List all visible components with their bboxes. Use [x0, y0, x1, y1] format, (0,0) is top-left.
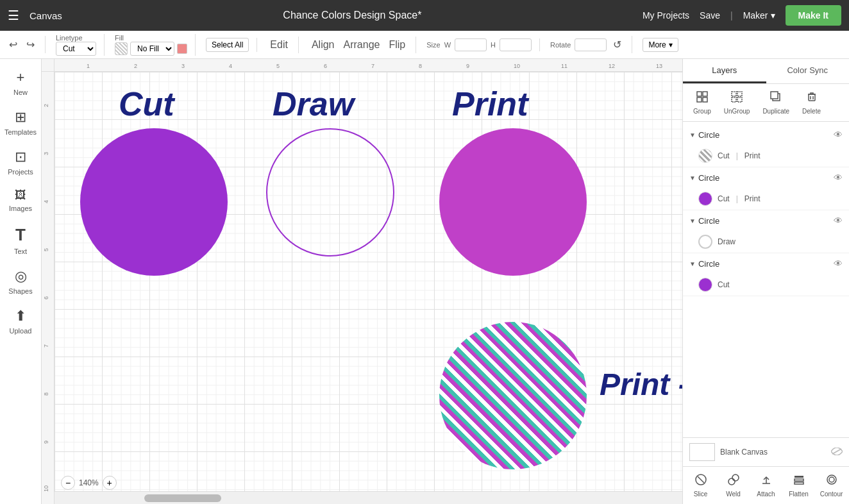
- zoom-out-button[interactable]: −: [61, 476, 75, 490]
- height-input[interactable]: [500, 38, 532, 51]
- flip-button[interactable]: Flip: [386, 37, 408, 53]
- svg-rect-28: [732, 97, 736, 102]
- scroll-thumb[interactable]: [144, 494, 221, 502]
- circle-cut[interactable]: [80, 128, 228, 276]
- contour-label: Contour: [820, 491, 843, 498]
- tab-layers[interactable]: Layers: [683, 59, 766, 83]
- templates-icon: ⊞: [15, 109, 26, 126]
- layer-header-1[interactable]: ▼ Circle 👁: [683, 124, 849, 145]
- duplicate-button[interactable]: Duplicate: [757, 88, 794, 117]
- fill-label: Fill: [115, 34, 187, 42]
- sidebar-item-templates[interactable]: ⊞ Templates: [3, 104, 38, 141]
- sidebar-item-shapes[interactable]: ◎ Shapes: [3, 263, 38, 300]
- nav-divider: |: [730, 10, 733, 21]
- sidebar-item-images[interactable]: 🖼 Images: [3, 183, 38, 217]
- blank-canvas-preview: [689, 443, 715, 461]
- upload-icon: ⬆: [15, 308, 26, 324]
- circle-draw[interactable]: [266, 128, 394, 256]
- delete-button[interactable]: Delete: [797, 88, 826, 117]
- undo-button[interactable]: ↩: [6, 36, 20, 53]
- select-all-button[interactable]: Select All: [206, 38, 249, 52]
- svg-rect-32: [809, 94, 815, 101]
- layer-item-2[interactable]: Cut | Print: [683, 188, 849, 210]
- zoom-in-button[interactable]: +: [103, 476, 117, 490]
- sidebar-item-text[interactable]: T Text: [3, 220, 38, 260]
- ungroup-button[interactable]: UnGroup: [719, 88, 755, 117]
- fill-edit-swatch[interactable]: [177, 44, 187, 54]
- layer-eye-3[interactable]: 👁: [834, 215, 843, 226]
- slice-label: Slice: [694, 491, 708, 498]
- save-button[interactable]: Save: [700, 10, 720, 21]
- panel-actions: Slice Weld Attach Flatten: [683, 466, 849, 504]
- layer-eye-2[interactable]: 👁: [834, 172, 843, 183]
- cut-label: Cut: [119, 85, 174, 123]
- layer-item-1[interactable]: Cut | Print: [683, 145, 849, 167]
- ruler-corner: [42, 59, 55, 72]
- ruler-vertical: 2 3 4 5 6 7 8 9 10: [42, 72, 55, 504]
- linetype-select[interactable]: Cut Draw Print: [56, 42, 96, 56]
- rotate-icon-button[interactable]: ↺: [610, 36, 624, 53]
- edit-button[interactable]: Edit: [267, 37, 290, 53]
- svg-text:3: 3: [43, 152, 49, 155]
- layer-swatch-4: [698, 278, 712, 292]
- layer-item-4[interactable]: Cut: [683, 274, 849, 296]
- layer-header-2[interactable]: ▼ Circle 👁: [683, 167, 849, 188]
- redo-button[interactable]: ↪: [24, 36, 37, 53]
- layer-chevron-1: ▼: [689, 131, 696, 139]
- flatten-button[interactable]: Flatten: [784, 471, 814, 500]
- ruler-horizontal: 1 2 3 4 5 6 7 8 9 10 11 12 13: [55, 59, 682, 72]
- scrollbar-horizontal[interactable]: [55, 491, 682, 504]
- my-projects-link[interactable]: My Projects: [643, 10, 689, 21]
- arrange-button[interactable]: Arrange: [341, 37, 383, 53]
- menu-icon[interactable]: ☰: [8, 8, 19, 23]
- circle-print[interactable]: [439, 128, 587, 276]
- layer-eye-1[interactable]: 👁: [834, 130, 843, 140]
- layer-item-3[interactable]: Draw: [683, 231, 849, 253]
- linetype-label: Linetype: [56, 34, 96, 42]
- width-input[interactable]: [455, 38, 487, 51]
- sidebar-item-projects[interactable]: ⊡ Projects: [3, 144, 38, 181]
- weld-button[interactable]: Weld: [718, 471, 748, 500]
- slice-button[interactable]: Slice: [685, 471, 716, 500]
- make-it-button[interactable]: Make It: [786, 5, 841, 26]
- rotate-input[interactable]: [575, 38, 607, 51]
- duplicate-icon: [769, 90, 782, 106]
- attach-button[interactable]: Attach: [751, 471, 781, 500]
- more-label: More: [648, 40, 666, 49]
- fill-select[interactable]: No Fill Solid: [130, 42, 174, 56]
- text-icon: T: [15, 225, 26, 245]
- layer-eye-4[interactable]: 👁: [834, 258, 843, 269]
- left-sidebar: + New ⊞ Templates ⊡ Projects 🖼 Images T …: [0, 59, 42, 504]
- contour-button[interactable]: Contour: [816, 471, 846, 500]
- layer-group-3: ▼ Circle 👁 Draw: [683, 210, 849, 253]
- more-button[interactable]: More ▾: [643, 38, 678, 52]
- group-label: Group: [693, 108, 711, 115]
- svg-text:4: 4: [43, 200, 49, 203]
- sidebar-item-upload[interactable]: ⬆ Upload: [3, 303, 38, 340]
- circle-pattern[interactable]: [439, 322, 587, 469]
- canvas-content[interactable]: Cut Draw Print Print - Pattern: [55, 72, 682, 491]
- svg-point-46: [829, 477, 834, 482]
- align-button[interactable]: Align: [309, 37, 337, 53]
- layer-header-4[interactable]: ▼ Circle 👁: [683, 253, 849, 274]
- fill-color-swatch[interactable]: [115, 42, 128, 55]
- svg-rect-23: [703, 92, 707, 96]
- group-button[interactable]: Group: [688, 88, 716, 117]
- new-icon: +: [17, 69, 25, 86]
- maker-selector[interactable]: Maker ▾: [743, 10, 775, 21]
- svg-rect-24: [697, 97, 702, 102]
- sidebar-item-new[interactable]: + New: [3, 64, 38, 101]
- svg-line-35: [832, 449, 841, 454]
- images-icon: 🖼: [15, 189, 26, 202]
- flatten-label: Flatten: [789, 491, 809, 498]
- layer-print-2: Print: [744, 194, 761, 203]
- tab-color-sync[interactable]: Color Sync: [766, 59, 850, 83]
- layer-sep-2: |: [736, 194, 738, 203]
- layer-draw-3: Draw: [718, 237, 736, 246]
- canvas-area[interactable]: 1 2 3 4 5 6 7 8 9 10 11 12 13 2 3 4 5 6: [42, 59, 682, 504]
- group-icon: [696, 90, 709, 106]
- projects-icon: ⊡: [15, 149, 26, 165]
- blank-canvas-eye[interactable]: [831, 447, 843, 457]
- layer-header-3[interactable]: ▼ Circle 👁: [683, 210, 849, 231]
- weld-label: Weld: [726, 491, 741, 498]
